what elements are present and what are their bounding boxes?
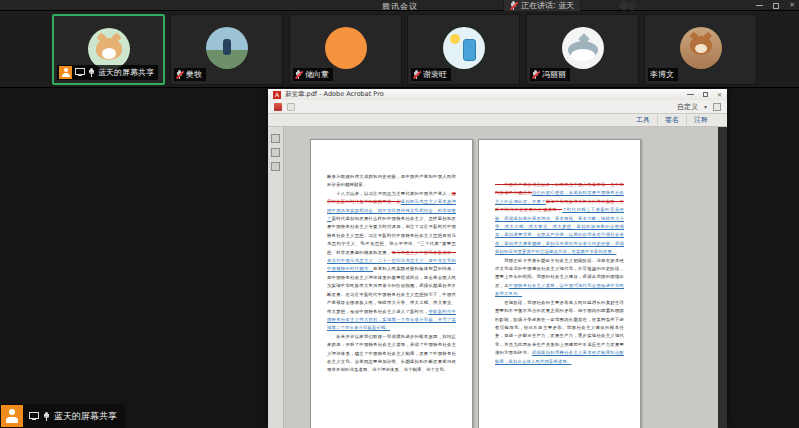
scrollbar-strip[interactable] <box>718 127 727 428</box>
participant-strip: 蓝天的屏幕共享 樊牧 储向童 谢裴旺 <box>0 11 799 88</box>
restore-icon[interactable] <box>703 92 708 97</box>
mic-muted-icon <box>295 70 302 79</box>
chevron-down-icon: ▾ <box>704 103 707 110</box>
meeting-logo-watermark <box>620 2 650 10</box>
sidebar-attachments-icon[interactable] <box>271 162 280 171</box>
avatar <box>206 27 248 69</box>
document-area: 断奋斗取得的伟大成就和历史经验，是中国共产党和中国人民弥足珍贵的精神财富。 十八… <box>268 127 727 428</box>
person-icon <box>59 66 72 79</box>
share-badge-label: 蓝天的屏幕共享 <box>54 410 117 423</box>
meeting-titlebar: 腾讯会议 正在讲话: 蓝天 ✕ <box>0 0 799 11</box>
meeting-window: 腾讯会议 正在讲话: 蓝天 ✕ 蓝天的屏幕共享 樊牧 <box>0 0 799 428</box>
page-text: 断奋斗取得的伟大成就和历史经验，是中国共产党和中国人民弥足珍贵的精神财富。 十八… <box>327 173 456 375</box>
screen-share-icon <box>29 412 39 421</box>
acrobat-window: A 新党章.pdf - Adobe Acrobat Pro ✕ 自定义 ▾ <box>268 89 727 428</box>
mic-on-icon <box>88 68 95 77</box>
speaking-label: 正在讲话: 蓝天 <box>521 0 574 11</box>
pdf-page-right: 中国共产党自成立以来，始终把为中国人民谋幸福、为中华民族谋复兴确立为自己的初心使… <box>478 139 641 428</box>
acrobat-titlebar: A 新党章.pdf - Adobe Acrobat Pro ✕ <box>268 89 727 100</box>
screen-share-badge: 蓝天的屏幕共享 <box>0 404 125 428</box>
participant-name: 谢裴旺 <box>423 69 447 80</box>
shared-screen-area: A 新党章.pdf - Adobe Acrobat Pro ✕ 自定义 ▾ <box>0 89 799 428</box>
create-pdf-icon[interactable] <box>274 103 282 111</box>
minimize-icon[interactable] <box>687 94 694 95</box>
maximize-icon[interactable] <box>773 3 779 9</box>
minimize-icon[interactable] <box>756 5 763 6</box>
participant-tile[interactable]: 谢裴旺 <box>407 14 520 85</box>
page-text: 中国共产党自成立以来，始终把为中国人民谋幸福、为中华民族谋复兴确立为自己的初心使… <box>495 181 624 366</box>
screen-share-icon <box>75 68 85 77</box>
sidebar-bookmarks-icon[interactable] <box>271 148 280 157</box>
avatar <box>88 28 130 70</box>
participant-tile[interactable]: 冯丽丽 <box>526 14 639 85</box>
mic-on-icon <box>43 412 50 421</box>
participant-tile[interactable]: 樊牧 <box>170 14 283 85</box>
avatar <box>443 27 485 69</box>
person-icon <box>1 405 23 427</box>
customize-button[interactable]: 自定义 <box>677 102 698 112</box>
mic-muted-icon <box>413 70 420 79</box>
participant-name: 冯丽丽 <box>542 69 566 80</box>
acrobat-toolbar: 自定义 ▾ <box>268 100 727 114</box>
tab-sign[interactable]: 签名 <box>657 115 686 125</box>
tab-comment[interactable]: 注释 <box>686 115 715 125</box>
mic-muted-icon <box>510 1 517 10</box>
pdf-page-left: 断奋斗取得的伟大成就和历史经验，是中国共产党和中国人民弥足珍贵的精神财富。 十八… <box>310 139 473 428</box>
participant-name: 樊牧 <box>186 69 202 80</box>
participant-tile-sharer[interactable]: 蓝天的屏幕共享 <box>52 14 165 85</box>
acrobat-icon: A <box>273 91 281 99</box>
close-icon[interactable]: ✕ <box>717 91 722 98</box>
save-icon[interactable] <box>287 103 295 111</box>
participant-name: 储向童 <box>305 69 329 80</box>
navigation-rail <box>268 127 284 428</box>
participant-tile[interactable]: 李博文 <box>644 14 757 85</box>
close-icon[interactable]: ✕ <box>789 2 795 9</box>
acrobat-window-title: 新党章.pdf - Adobe Acrobat Pro <box>285 90 384 99</box>
avatar <box>680 27 722 69</box>
sidebar-thumbnails-icon[interactable] <box>271 134 280 143</box>
avatar <box>325 27 367 69</box>
participant-tile[interactable]: 储向童 <box>289 14 402 85</box>
participant-name: 李博文 <box>650 69 674 80</box>
tab-tools[interactable]: 工具 <box>629 115 657 125</box>
avatar <box>562 27 604 69</box>
participant-name: 蓝天的屏幕共享 <box>98 67 154 78</box>
mic-muted-icon <box>532 70 539 79</box>
acrobat-panel-tabs: 工具 签名 注释 <box>268 114 727 127</box>
expand-panel-icon[interactable] <box>713 103 721 111</box>
mic-muted-icon <box>176 70 183 79</box>
speaking-indicator: 正在讲话: 蓝天 <box>503 0 581 11</box>
